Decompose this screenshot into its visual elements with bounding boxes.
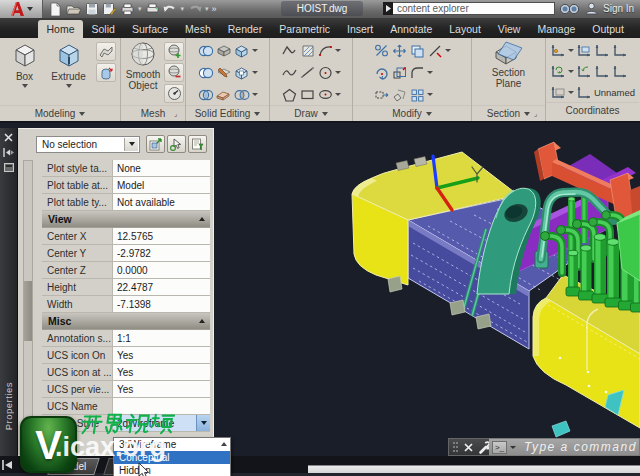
vs-dropdown-item-conceptual[interactable]: Conceptual: [114, 451, 230, 464]
rectangle-icon[interactable]: [299, 87, 315, 103]
property-value[interactable]: Model: [113, 177, 210, 193]
search-input[interactable]: content explorer: [393, 2, 555, 15]
divide-icon[interactable]: [373, 43, 389, 59]
section-header-view[interactable]: View: [42, 211, 210, 228]
property-value[interactable]: [113, 398, 210, 414]
palette-scrollbar[interactable]: [23, 160, 33, 447]
property-value[interactable]: Yes: [113, 364, 210, 380]
fillet-icon[interactable]: [409, 65, 425, 81]
copy-icon[interactable]: [409, 43, 425, 59]
redo-dropdown-arrow-icon[interactable]: ▾: [205, 5, 209, 13]
redo-button[interactable]: [187, 2, 202, 16]
search-history-button[interactable]: [383, 2, 393, 15]
panel-label-modify[interactable]: Modify: [353, 105, 471, 121]
ribbon-tab-layout[interactable]: Layout: [441, 21, 490, 38]
selection-combo[interactable]: No selection: [36, 136, 140, 153]
property-value[interactable]: 1:1: [113, 330, 210, 346]
mesh-refine-button[interactable]: [164, 42, 184, 61]
save-as-button[interactable]: [102, 2, 117, 16]
shell-icon[interactable]: [234, 65, 250, 81]
mesh-launcher-icon[interactable]: ⌟: [174, 110, 182, 118]
clean-icon[interactable]: [216, 87, 232, 103]
ucs-previous-icon[interactable]: [576, 63, 592, 79]
property-value[interactable]: 22.4787: [113, 279, 210, 295]
selection-combo-arrow-icon[interactable]: [124, 138, 138, 151]
ucs-world-icon[interactable]: [550, 42, 566, 58]
user-icon[interactable]: [585, 2, 598, 15]
explode-icon[interactable]: [391, 87, 407, 103]
rotate-icon[interactable]: [373, 65, 389, 81]
ribbon-tab-home[interactable]: Home: [38, 20, 83, 38]
ucs-named-icon[interactable]: [550, 84, 566, 100]
polygon-icon[interactable]: [281, 87, 297, 103]
command-grip-icon[interactable]: [452, 441, 459, 453]
box-button[interactable]: Box: [6, 40, 44, 105]
sign-in-link[interactable]: Sign In: [603, 3, 634, 14]
command-prompt-icon[interactable]: >_: [492, 441, 507, 454]
undo-button[interactable]: [163, 2, 178, 16]
command-close-icon[interactable]: [464, 443, 473, 452]
command-input[interactable]: >_ Type a command: [489, 438, 640, 456]
save-button[interactable]: [84, 2, 99, 16]
ucs-named-value[interactable]: Unnamed: [594, 87, 635, 98]
property-value[interactable]: None: [113, 160, 210, 176]
edit-solid-icon[interactable]: [234, 43, 250, 59]
property-value[interactable]: 12.5765: [113, 228, 210, 244]
property-value[interactable]: Not available: [113, 194, 210, 210]
vs-dropdown-item-hidden[interactable]: Hidden: [114, 464, 230, 476]
extrude-button[interactable]: Extrude: [46, 40, 92, 105]
toggle-pickadd-button[interactable]: [146, 135, 165, 153]
ucs-view-icon[interactable]: [594, 42, 610, 58]
ribbon-tab-mesh[interactable]: Mesh: [177, 21, 220, 38]
plot-button[interactable]: [120, 2, 135, 16]
vs-dropdown-item-3dwireframe[interactable]: 3dWireframe: [114, 438, 230, 451]
ribbon-tab-surface[interactable]: Surface: [123, 21, 176, 38]
extrude-faces-icon[interactable]: [216, 43, 232, 59]
palette-scrollbar-thumb[interactable]: [24, 281, 32, 341]
property-value[interactable]: 2dWireframe: [113, 415, 210, 431]
ribbon-tab-solid[interactable]: Solid: [83, 21, 123, 38]
search-binoculars-icon[interactable]: [560, 3, 580, 15]
ribbon-tab-render[interactable]: Render: [219, 21, 270, 38]
polyline-icon[interactable]: [281, 43, 297, 59]
interfere-icon[interactable]: [234, 87, 250, 103]
ribbon-tab-manage[interactable]: Manage: [529, 21, 584, 38]
move-icon[interactable]: [391, 43, 407, 59]
line-icon[interactable]: [299, 65, 315, 81]
ellipse-icon[interactable]: [317, 87, 333, 103]
ucs-object-icon[interactable]: [612, 42, 628, 58]
command-recent-arrow-icon[interactable]: [510, 446, 516, 449]
stretch-icon[interactable]: [373, 87, 389, 103]
subtract-icon[interactable]: [198, 65, 214, 81]
mesh-options-button[interactable]: [164, 84, 184, 103]
array-icon[interactable]: [409, 87, 425, 103]
print-preview-button[interactable]: [145, 2, 160, 16]
hatch-icon[interactable]: [299, 43, 315, 59]
trim-icon[interactable]: [427, 43, 443, 59]
panel-label-modeling[interactable]: Modeling: [0, 105, 120, 121]
ribbon-tab-output[interactable]: Output: [584, 21, 633, 38]
open-file-button[interactable]: [66, 2, 81, 16]
property-value[interactable]: -2.9782: [113, 245, 210, 261]
mesh-smooth-less-button[interactable]: [164, 63, 184, 82]
viewport[interactable]: Properties No selection: [0, 123, 640, 476]
palette-title-strip[interactable]: Properties: [0, 128, 18, 456]
palette-autohide-icon[interactable]: [3, 146, 15, 158]
ucs-rotate-icon[interactable]: [550, 63, 566, 79]
ribbon-tab-annotate[interactable]: Annotate: [382, 21, 441, 38]
property-value[interactable]: 0.0000: [113, 262, 210, 278]
panel-label-coordinates[interactable]: Coordinates: [546, 102, 639, 118]
qat-dropdown-arrow-icon[interactable]: ▾: [138, 5, 142, 13]
section-header-misc[interactable]: Misc: [42, 313, 210, 330]
spline-icon[interactable]: [281, 65, 297, 81]
property-value[interactable]: -7.1398: [113, 296, 210, 312]
quick-select-button[interactable]: [188, 135, 207, 153]
undo-dropdown-arrow-icon[interactable]: ▾: [181, 5, 185, 13]
intersect-icon[interactable]: [198, 87, 214, 103]
section-launcher-icon[interactable]: ⌟: [534, 110, 542, 118]
panel-label-draw[interactable]: Draw: [270, 105, 352, 121]
imprint-icon[interactable]: [216, 65, 232, 81]
model-tab[interactable]: Model: [47, 458, 100, 475]
panel-label-mesh[interactable]: Mesh ⌟: [121, 105, 185, 121]
scale-icon[interactable]: [391, 65, 407, 81]
